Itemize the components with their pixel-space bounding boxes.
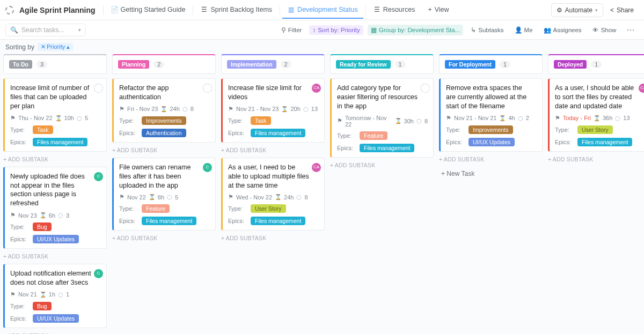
epics-label: Epics:: [119, 130, 136, 136]
more-button[interactable]: ···: [624, 25, 639, 35]
type-label: Type:: [119, 117, 136, 124]
epic-tag[interactable]: UI/UX Updates: [33, 314, 79, 323]
tab-label: Getting Started Guide: [121, 6, 186, 13]
tab-development-status[interactable]: ▥Development Status: [282, 2, 363, 19]
assignee-avatar[interactable]: C: [94, 172, 103, 181]
epic-tag[interactable]: UI/UX Updates: [469, 138, 515, 146]
epics-label: Epics:: [10, 315, 27, 322]
topbar: Agile Sprint Planning 📄Getting Started G…: [0, 0, 644, 20]
task-card[interactable]: Remove extra spaces the are currently al…: [439, 78, 543, 152]
add-subtask-button[interactable]: + ADD SUBTASK: [3, 156, 107, 162]
hourglass-icon: ⌛: [499, 115, 506, 121]
task-card[interactable]: Add category type for easier filtering o…: [330, 78, 434, 158]
add-subtask-button[interactable]: + ADD SUBTASK: [330, 162, 434, 168]
points-icon: ◌: [58, 212, 63, 219]
type-tag[interactable]: Task: [251, 116, 271, 125]
add-subtask-button[interactable]: + ADD SUBTASK: [112, 147, 216, 153]
assignee-avatar[interactable]: C: [203, 163, 212, 172]
task-card[interactable]: Newly uploaded file does not appear in t…: [3, 167, 107, 249]
add-subtask-button[interactable]: + ADD SUBTASK: [221, 235, 325, 241]
button-label: Share: [617, 6, 634, 14]
priority-flag-icon: ⚑: [555, 115, 560, 122]
subtasks-button[interactable]: ↳Subtasks: [467, 25, 507, 35]
type-tag[interactable]: Bug: [33, 222, 52, 231]
task-card[interactable]: Refactor the app authentication✦ ⚑ Fri -…: [112, 78, 216, 143]
sort-chip[interactable]: ✕Priority ▴: [38, 43, 73, 51]
epic-tag[interactable]: Files management: [251, 129, 305, 137]
assignee-empty-icon[interactable]: ✦: [94, 84, 103, 93]
epics-label: Epics:: [337, 145, 354, 151]
task-card[interactable]: Upload notification element does not clo…: [3, 264, 107, 328]
epic-tag[interactable]: Authentication: [142, 129, 186, 137]
search-input[interactable]: 🔍 Search tasks... ▾: [5, 24, 86, 36]
column-header[interactable]: Planning 2: [112, 54, 216, 74]
epic-tag[interactable]: Files management: [251, 217, 305, 225]
add-subtask-button[interactable]: + ADD SUBTASK: [221, 147, 325, 153]
hourglass-icon: ⌛: [40, 212, 46, 218]
task-card[interactable]: Increase file size limit for videosCA ⚑ …: [221, 78, 325, 143]
task-card[interactable]: As a user, I need to be able to upload m…: [221, 158, 325, 231]
group-button[interactable]: ▦Group by: Development Sta...: [368, 25, 464, 35]
card-title: Increase file size limit for videosCA: [228, 84, 319, 102]
points-icon: ◌: [182, 106, 188, 113]
epic-tag[interactable]: Files management: [360, 144, 414, 152]
pill-label: Subtasks: [478, 27, 503, 33]
new-task-button[interactable]: + New Task: [439, 167, 543, 181]
task-card[interactable]: As a user, I should be able to sort the …: [548, 78, 644, 152]
priority-flag-icon: ⚑: [228, 106, 233, 113]
tab-add-view[interactable]: +View: [422, 2, 454, 19]
assignee-empty-icon[interactable]: ✦: [203, 84, 212, 93]
column-header[interactable]: For Deployment 1: [439, 54, 543, 74]
type-label: Type:: [10, 224, 27, 230]
priority-flag-icon: ⚑: [119, 194, 125, 201]
assignee-avatar[interactable]: CA: [312, 163, 321, 172]
add-subtask-button[interactable]: + ADD SUBTASK: [112, 235, 216, 241]
column-header[interactable]: To Do 3: [3, 54, 107, 74]
task-card[interactable]: File owners can rename files after it ha…: [112, 158, 216, 231]
type-tag[interactable]: User Story: [251, 204, 286, 213]
tab-getting-started[interactable]: 📄Getting Started Guide: [106, 2, 191, 19]
type-tag[interactable]: Task: [33, 125, 53, 134]
card-type-row: Type:User Story: [555, 125, 644, 134]
tab-resources[interactable]: ☰Resources: [368, 2, 421, 19]
kanban-board: To Do 3 Increase limit of number of file…: [0, 54, 644, 334]
type-tag[interactable]: Feature: [142, 204, 170, 213]
card-meta: ⚑ Nov 21 ⌛1h ◌1: [10, 291, 101, 298]
assignee-avatar[interactable]: C: [94, 269, 103, 278]
space-title: Agile Sprint Planning: [19, 6, 96, 14]
type-tag[interactable]: Bug: [33, 302, 52, 310]
column-header[interactable]: Implementation 2: [221, 54, 325, 74]
share-button[interactable]: <Share: [605, 4, 639, 17]
card-date: Today - Fri: [563, 115, 591, 121]
tab-sprint-backlog[interactable]: ☰Sprint Backlog Items: [195, 2, 277, 19]
card-title: File owners can rename files after it ha…: [119, 163, 210, 190]
type-tag[interactable]: Improvements: [469, 125, 513, 134]
show-button[interactable]: 👁Show: [589, 25, 620, 35]
epic-tag[interactable]: Files management: [33, 138, 87, 146]
add-subtask-button[interactable]: + ADD SUBTASK: [439, 156, 543, 162]
column-header[interactable]: Deployed 1: [548, 54, 644, 74]
filter-button[interactable]: ⚲Filter: [278, 25, 305, 35]
sort-button[interactable]: ↕Sort by: Priority: [309, 25, 363, 35]
type-tag[interactable]: User Story: [577, 125, 613, 134]
add-subtask-button[interactable]: + ADD SUBTASK: [548, 156, 644, 162]
epic-tag[interactable]: UI/UX Updates: [33, 235, 79, 243]
add-subtask-button[interactable]: + ADD SUBTASK: [3, 253, 107, 259]
me-button[interactable]: 👤Me: [511, 25, 536, 35]
automate-button[interactable]: ⚙Automate▾: [551, 3, 603, 17]
assignee-avatar[interactable]: CA: [312, 84, 321, 93]
task-card[interactable]: Increase limit of number of files that c…: [3, 78, 107, 152]
assignee-empty-icon[interactable]: ✦: [421, 84, 430, 93]
column-header[interactable]: Ready for Review 1: [330, 54, 434, 74]
card-title: As a user, I should be able to sort the …: [555, 84, 644, 111]
points-icon: ◌: [77, 115, 82, 122]
assignee-avatar[interactable]: CA: [639, 84, 644, 93]
epic-tag[interactable]: Files management: [142, 217, 196, 225]
epic-tag[interactable]: Files management: [577, 138, 632, 146]
type-label: Type:: [555, 127, 572, 133]
type-tag[interactable]: Feature: [360, 131, 387, 140]
card-type-row: Type:Feature: [119, 204, 210, 213]
card-meta: ⚑ Nov 21 - Nov 21 ⌛4h ◌2: [446, 115, 537, 122]
assignees-button[interactable]: 👥Assignees: [540, 25, 585, 35]
type-tag[interactable]: Improvements: [142, 116, 186, 125]
